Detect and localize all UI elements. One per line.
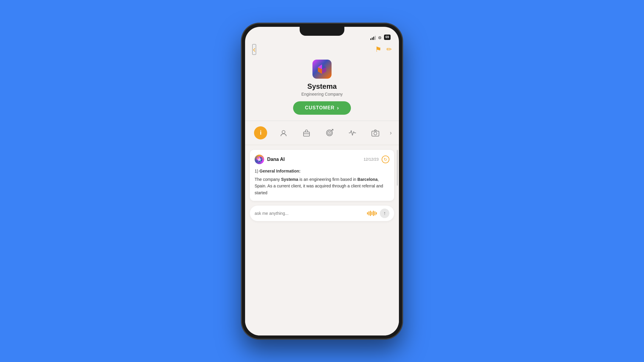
tabs-more-button[interactable]: › bbox=[387, 129, 394, 136]
tab-activity[interactable] bbox=[342, 125, 363, 141]
ai-body-text: The company Systema is an engineering fi… bbox=[255, 176, 389, 196]
input-bar: ↑ bbox=[250, 206, 394, 221]
ai-agent-name: Dana AI bbox=[267, 157, 285, 162]
tab-contact[interactable] bbox=[273, 125, 295, 141]
battery-indicator: 69 bbox=[384, 35, 391, 40]
signal-bar-3 bbox=[373, 37, 374, 40]
phone-screen: ⊜ 69 ‹ ⚑ ✏ bbox=[245, 27, 399, 335]
header-nav: ‹ ⚑ ✏ bbox=[245, 42, 399, 55]
activity-icon bbox=[346, 126, 359, 139]
company-name: Systema bbox=[307, 82, 337, 91]
ai-card-right: 12/12/23 ↻ bbox=[363, 156, 389, 163]
svg-point-13 bbox=[374, 132, 377, 135]
company-type: Engineering Company bbox=[301, 92, 343, 97]
contact-icon bbox=[277, 126, 290, 139]
send-button[interactable]: ↑ bbox=[380, 209, 389, 218]
info-icon: i bbox=[254, 126, 267, 139]
tab-camera[interactable] bbox=[364, 125, 386, 141]
company-profile: Systema Engineering Company CUSTOMER › bbox=[245, 55, 399, 121]
tab-info[interactable]: i bbox=[250, 125, 272, 141]
signal-bar-2 bbox=[372, 38, 373, 40]
company-logo bbox=[312, 60, 332, 79]
tab-bar: i bbox=[245, 121, 399, 145]
ai-section-title: 1) General Information: bbox=[255, 168, 389, 174]
svg-point-5 bbox=[282, 130, 285, 133]
wifi-icon: ⊜ bbox=[378, 35, 382, 40]
customer-button[interactable]: CUSTOMER › bbox=[293, 101, 351, 115]
tab-target[interactable] bbox=[319, 125, 340, 141]
signal-indicator bbox=[370, 36, 376, 40]
customer-arrow-icon: › bbox=[337, 105, 339, 111]
audio-wave-icon bbox=[367, 210, 377, 216]
ai-date: 12/12/23 bbox=[363, 157, 379, 161]
ai-card: Dana AI 12/12/23 ↻ 1) General Informatio… bbox=[250, 150, 394, 201]
ai-content: 1) General Information: The company Syst… bbox=[255, 168, 389, 196]
logo-svg bbox=[315, 63, 329, 76]
tab-briefcase[interactable] bbox=[296, 125, 318, 141]
ai-card-left: Dana AI bbox=[255, 155, 285, 164]
ai-avatar bbox=[255, 155, 264, 164]
content-area: Dana AI 12/12/23 ↻ 1) General Informatio… bbox=[245, 145, 399, 335]
camera-icon bbox=[369, 126, 382, 139]
edit-button[interactable]: ✏ bbox=[386, 46, 392, 53]
svg-point-10 bbox=[329, 132, 330, 133]
phone-device: ⊜ 69 ‹ ⚑ ✏ bbox=[242, 23, 402, 339]
signal-bar-4 bbox=[375, 36, 376, 40]
scroll-indicator bbox=[397, 150, 398, 186]
back-button[interactable]: ‹ bbox=[252, 44, 256, 55]
briefcase-icon bbox=[300, 126, 313, 139]
signal-bar-1 bbox=[370, 38, 371, 40]
ai-card-header: Dana AI 12/12/23 ↻ bbox=[255, 155, 389, 164]
refresh-button[interactable]: ↻ bbox=[382, 156, 389, 163]
flag-button[interactable]: ⚑ bbox=[375, 45, 382, 54]
target-icon bbox=[323, 126, 336, 139]
ask-input[interactable] bbox=[255, 211, 364, 216]
phone-notch bbox=[300, 27, 344, 36]
header-actions: ⚑ ✏ bbox=[375, 45, 392, 54]
customer-label: CUSTOMER bbox=[305, 105, 335, 111]
